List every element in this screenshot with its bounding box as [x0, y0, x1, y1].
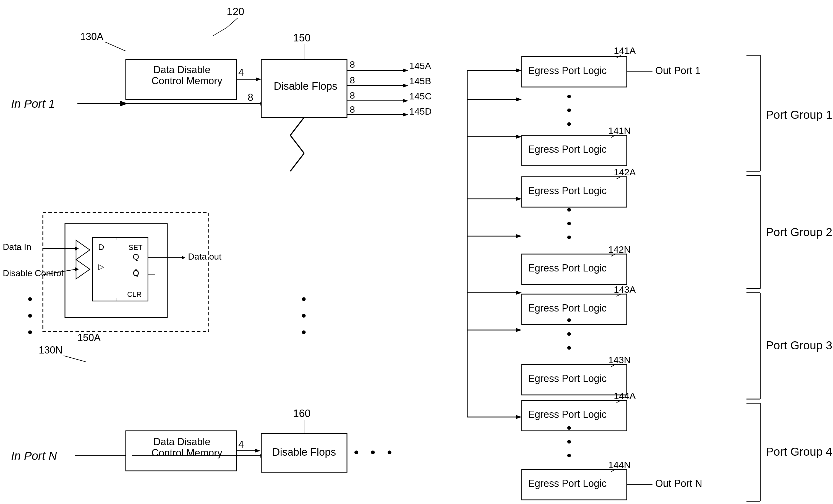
- egress-142A-label: Egress Port Logic: [528, 185, 606, 196]
- ref-130N: 130N: [39, 344, 63, 356]
- dots-flops-N-2: •: [371, 445, 376, 460]
- num-8-inport: 8: [248, 92, 253, 103]
- dots-142b: •: [567, 216, 571, 231]
- ref-143A: 143A: [614, 284, 636, 295]
- ref-145C: 145C: [409, 91, 432, 101]
- ref-160: 160: [293, 408, 310, 419]
- port-group-4-label: Port Group 4: [766, 445, 832, 458]
- dots-142: •: [567, 202, 571, 217]
- num-8-line4: 8: [350, 104, 355, 115]
- out-port-N-label: Out Port N: [655, 478, 702, 489]
- dots-141c: •: [567, 117, 571, 131]
- dots-middle-2: •: [301, 308, 306, 323]
- data-disable-memory-1-line1: Data Disable: [153, 64, 210, 75]
- num-4-bottom: 4: [238, 439, 244, 450]
- ref-144N: 144N: [608, 459, 630, 470]
- ref-142N: 142N: [608, 244, 630, 255]
- out-port-1-label: Out Port 1: [655, 65, 700, 76]
- ref-145A: 145A: [409, 60, 431, 71]
- flip-clock: ▷: [98, 262, 104, 271]
- dots-flops-N-1: •: [354, 445, 359, 460]
- dots-141: •: [567, 89, 571, 104]
- flip-Q: Q: [133, 252, 139, 261]
- ref-143N: 143N: [608, 355, 630, 365]
- ref-150A: 150A: [77, 332, 101, 343]
- egress-141A-label: Egress Port Logic: [528, 65, 606, 76]
- num-8-line3: 8: [350, 90, 355, 101]
- dots-144c: •: [567, 448, 571, 462]
- dots-143: •: [567, 312, 571, 327]
- data-disable-memory-1-line2: Control Memory: [151, 75, 222, 86]
- flip-SET: SET: [128, 243, 143, 252]
- disable-flops-N-label: Disable Flops: [272, 446, 336, 458]
- ref-145B: 145B: [409, 76, 431, 86]
- data-disable-memory-N-line2: Control Memory: [151, 447, 222, 458]
- num-8-line1: 8: [350, 59, 355, 70]
- dots-144b: •: [567, 434, 571, 449]
- ref-145D: 145D: [409, 106, 432, 117]
- flip-D: D: [98, 243, 104, 252]
- egress-141N-label: Egress Port Logic: [528, 144, 606, 155]
- flip-CLR: CLR: [127, 290, 142, 299]
- ref-130A: 130A: [80, 31, 103, 42]
- data-out-label: Data out: [188, 252, 221, 261]
- egress-144A-label: Egress Port Logic: [528, 409, 606, 420]
- num-8-line2: 8: [350, 75, 355, 85]
- dots-143c: •: [567, 340, 571, 355]
- dots-middle-3: •: [301, 325, 306, 340]
- data-disable-memory-N-line1: Data Disable: [153, 436, 210, 447]
- egress-143N-label: Egress Port Logic: [528, 373, 606, 384]
- port-group-2-label: Port Group 2: [766, 226, 832, 238]
- ref-120: 120: [227, 6, 244, 18]
- ref-144A: 144A: [614, 390, 636, 401]
- data-in-label: Data In: [3, 242, 31, 252]
- ref-141N: 141N: [608, 125, 630, 136]
- ref-142A: 142A: [614, 167, 636, 177]
- dots-inport-2: •: [28, 308, 32, 323]
- egress-144N-label: Egress Port Logic: [528, 478, 606, 489]
- port-group-3-label: Port Group 3: [766, 339, 832, 352]
- disable-flops-1-label: Disable Flops: [274, 80, 337, 92]
- flip-Qbar: Q̄: [133, 269, 139, 278]
- dots-flops-N-3: •: [387, 445, 392, 460]
- in-port-N-label: In Port N: [11, 449, 57, 462]
- egress-143A-label: Egress Port Logic: [528, 302, 606, 314]
- egress-142N-label: Egress Port Logic: [528, 262, 606, 274]
- in-port-1-label: In Port 1: [11, 97, 55, 110]
- ref-150: 150: [293, 32, 310, 44]
- dots-inport-3: •: [28, 325, 32, 340]
- dots-143b: •: [567, 326, 571, 341]
- diagram-svg: 120 130A In Port 1 Data Disable Control …: [0, 0, 833, 504]
- dots-middle-1: •: [301, 291, 306, 307]
- dots-142c: •: [567, 230, 571, 245]
- dots-inport-1: •: [28, 291, 32, 307]
- dots-144: •: [567, 420, 571, 435]
- port-group-1-label: Port Group 1: [766, 108, 832, 121]
- dots-141b: •: [567, 103, 571, 117]
- num-4-top: 4: [238, 67, 244, 78]
- ref-141A: 141A: [614, 45, 636, 56]
